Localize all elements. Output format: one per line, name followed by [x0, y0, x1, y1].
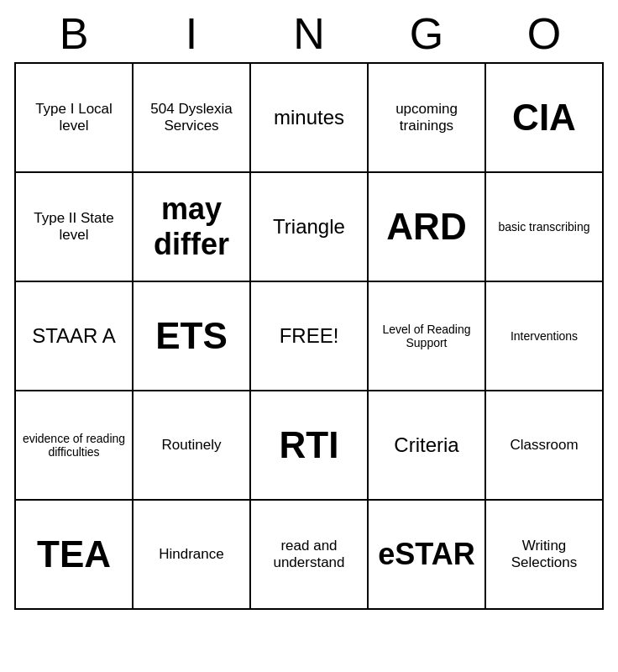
letter-n: N — [250, 8, 368, 59]
bingo-cell: may differ — [134, 173, 251, 282]
bingo-cell: eSTAR — [369, 501, 486, 610]
bingo-cell: Writing Selections — [486, 501, 604, 610]
bingo-header: B I N G O — [15, 8, 603, 59]
letter-o: O — [485, 8, 603, 59]
bingo-cell: Type II State level — [16, 173, 134, 282]
bingo-cell: Type I Local level — [16, 64, 134, 173]
bingo-cell: FREE! — [251, 282, 369, 391]
bingo-cell: basic transcribing — [486, 173, 604, 282]
bingo-cell: TEA — [16, 501, 134, 610]
bingo-cell: Triangle — [251, 173, 369, 282]
bingo-cell: minutes — [251, 64, 369, 173]
bingo-grid: Type I Local level504 Dyslexia Servicesm… — [14, 62, 604, 610]
bingo-cell: upcoming trainings — [369, 64, 486, 173]
bingo-cell: ARD — [369, 173, 486, 282]
bingo-cell: Classroom — [486, 391, 604, 501]
bingo-cell: ETS — [134, 282, 251, 391]
bingo-cell: CIA — [486, 64, 604, 173]
bingo-cell: Criteria — [369, 391, 486, 501]
bingo-cell: RTI — [251, 391, 369, 501]
letter-b: B — [15, 8, 133, 59]
bingo-cell: Hindrance — [134, 501, 251, 610]
letter-i: I — [133, 8, 250, 59]
bingo-cell: STAAR A — [16, 282, 134, 391]
letter-g: G — [368, 8, 485, 59]
bingo-cell: Interventions — [486, 282, 604, 391]
bingo-cell: Routinely — [134, 391, 251, 501]
bingo-cell: Level of Reading Support — [369, 282, 486, 391]
bingo-cell: evidence of reading difficulties — [16, 391, 134, 501]
bingo-cell: 504 Dyslexia Services — [134, 64, 251, 173]
bingo-cell: read and understand — [251, 501, 369, 610]
